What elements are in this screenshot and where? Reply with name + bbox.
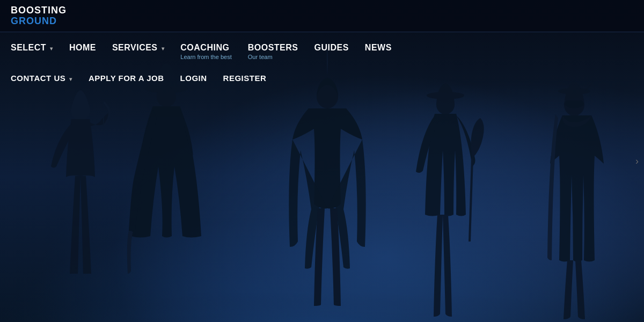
nav-label-contact: CONTACT US ▾: [11, 74, 72, 83]
nav-item-register[interactable]: REGISTER: [223, 74, 267, 83]
logo-line2: GROUND: [11, 16, 67, 27]
nav-item-select[interactable]: SELECT ▾: [11, 43, 53, 53]
svg-point-10: [427, 92, 464, 99]
nav-item-apply[interactable]: APPLY FOR A JOB: [89, 74, 164, 83]
nav-sublabel-boosters: Our team: [248, 54, 273, 60]
nav-label-apply: APPLY FOR A JOB: [89, 74, 164, 83]
nav-label-guides: GUIDES: [314, 43, 349, 53]
nav-label-select: SELECT ▾: [11, 43, 53, 53]
nav-label-login: LOGIN: [180, 74, 207, 83]
nav-sublabel-coaching: Learn from the best: [180, 54, 231, 60]
scrollbar-hint[interactable]: ›: [635, 156, 639, 167]
nav-label-home: HOME: [69, 43, 96, 53]
nav-item-boosters[interactable]: BOOSTERSOur team: [248, 43, 298, 60]
chevron-down-icon: ▾: [160, 46, 165, 52]
header: BOOSTING GROUND: [0, 0, 644, 32]
navigation: SELECT ▾HOMESERVICES ▾COACHINGLearn from…: [0, 32, 644, 91]
chevron-down-icon: ▾: [48, 46, 53, 52]
nav-label-news: NEWS: [365, 43, 392, 53]
svg-line-11: [470, 158, 472, 241]
nav-secondary: CONTACT US ▾APPLY FOR A JOBLOGINREGISTER: [0, 65, 644, 91]
nav-item-guides[interactable]: GUIDES: [314, 43, 349, 53]
nav-label-services: SERVICES ▾: [112, 43, 164, 53]
nav-label-boosters: BOOSTERS: [248, 43, 298, 53]
nav-label-coaching: COACHING: [180, 43, 229, 53]
nav-item-home[interactable]: HOME: [69, 43, 96, 53]
nav-item-login[interactable]: LOGIN: [180, 74, 207, 83]
logo-line1: BOOSTING: [11, 5, 67, 16]
nav-item-contact[interactable]: CONTACT US ▾: [11, 74, 72, 83]
svg-rect-3: [0, 274, 644, 322]
nav-item-coaching[interactable]: COACHINGLearn from the best: [180, 43, 231, 60]
nav-label-register: REGISTER: [223, 74, 267, 83]
chevron-down-icon: ▾: [68, 76, 72, 82]
nav-primary: SELECT ▾HOMESERVICES ▾COACHINGLearn from…: [0, 32, 644, 65]
nav-item-services[interactable]: SERVICES ▾: [112, 43, 164, 53]
logo[interactable]: BOOSTING GROUND: [11, 5, 67, 27]
nav-item-news[interactable]: NEWS: [365, 43, 392, 53]
